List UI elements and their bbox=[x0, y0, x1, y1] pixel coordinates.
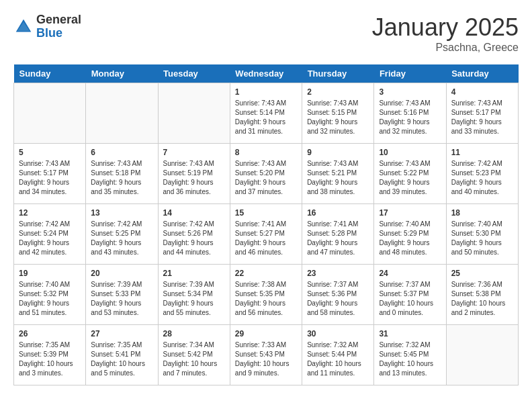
header-row: SundayMondayTuesdayWednesdayThursdayFrid… bbox=[14, 64, 519, 83]
cell-info: Sunrise: 7:37 AM Sunset: 5:36 PM Dayligh… bbox=[307, 280, 369, 318]
cell-info: Sunrise: 7:32 AM Sunset: 5:44 PM Dayligh… bbox=[307, 340, 369, 378]
calendar-cell: 29Sunrise: 7:33 AM Sunset: 5:43 PM Dayli… bbox=[230, 325, 302, 385]
cell-info: Sunrise: 7:43 AM Sunset: 5:18 PM Dayligh… bbox=[91, 159, 152, 197]
cell-info: Sunrise: 7:42 AM Sunset: 5:25 PM Dayligh… bbox=[91, 220, 152, 257]
cell-info: Sunrise: 7:40 AM Sunset: 5:32 PM Dayligh… bbox=[19, 280, 81, 318]
day-number: 22 bbox=[235, 269, 297, 278]
calendar-cell: 22Sunrise: 7:38 AM Sunset: 5:35 PM Dayli… bbox=[230, 265, 302, 325]
day-number: 14 bbox=[163, 208, 225, 218]
calendar-cell: 5Sunrise: 7:43 AM Sunset: 5:17 PM Daylig… bbox=[14, 144, 86, 204]
day-number: 10 bbox=[379, 148, 441, 157]
calendar-cell: 9Sunrise: 7:43 AM Sunset: 5:21 PM Daylig… bbox=[302, 144, 374, 204]
day-number: 31 bbox=[379, 329, 441, 338]
title-block: January 2025 Psachna, Greece bbox=[372, 13, 519, 54]
col-header-saturday: Saturday bbox=[446, 64, 518, 83]
logo: General Blue bbox=[13, 13, 81, 40]
calendar-subtitle: Psachna, Greece bbox=[372, 42, 519, 54]
calendar-cell: 11Sunrise: 7:42 AM Sunset: 5:23 PM Dayli… bbox=[446, 144, 518, 204]
day-number: 7 bbox=[163, 148, 225, 157]
day-number: 21 bbox=[163, 269, 225, 278]
cell-info: Sunrise: 7:35 AM Sunset: 5:41 PM Dayligh… bbox=[91, 340, 152, 378]
calendar-cell: 27Sunrise: 7:35 AM Sunset: 5:41 PM Dayli… bbox=[86, 325, 158, 385]
calendar-cell: 26Sunrise: 7:35 AM Sunset: 5:39 PM Dayli… bbox=[14, 325, 86, 385]
day-number: 3 bbox=[379, 87, 441, 97]
cell-info: Sunrise: 7:43 AM Sunset: 5:14 PM Dayligh… bbox=[235, 99, 297, 136]
week-row-5: 26Sunrise: 7:35 AM Sunset: 5:39 PM Dayli… bbox=[14, 325, 519, 385]
cell-info: Sunrise: 7:43 AM Sunset: 5:22 PM Dayligh… bbox=[379, 159, 441, 197]
calendar-cell: 2Sunrise: 7:43 AM Sunset: 5:15 PM Daylig… bbox=[302, 83, 374, 144]
calendar-cell: 3Sunrise: 7:43 AM Sunset: 5:16 PM Daylig… bbox=[374, 83, 446, 144]
calendar-cell: 7Sunrise: 7:43 AM Sunset: 5:19 PM Daylig… bbox=[158, 144, 230, 204]
day-number: 25 bbox=[451, 269, 513, 278]
day-number: 5 bbox=[19, 148, 81, 157]
calendar-cell: 21Sunrise: 7:39 AM Sunset: 5:34 PM Dayli… bbox=[158, 265, 230, 325]
cell-info: Sunrise: 7:43 AM Sunset: 5:21 PM Dayligh… bbox=[307, 159, 369, 197]
cell-info: Sunrise: 7:37 AM Sunset: 5:37 PM Dayligh… bbox=[379, 280, 441, 318]
cell-info: Sunrise: 7:38 AM Sunset: 5:35 PM Dayligh… bbox=[235, 280, 297, 318]
calendar-table: SundayMondayTuesdayWednesdayThursdayFrid… bbox=[13, 64, 519, 385]
cell-info: Sunrise: 7:43 AM Sunset: 5:17 PM Dayligh… bbox=[19, 159, 81, 197]
calendar-cell: 23Sunrise: 7:37 AM Sunset: 5:36 PM Dayli… bbox=[302, 265, 374, 325]
col-header-friday: Friday bbox=[374, 64, 446, 83]
day-number: 8 bbox=[235, 148, 297, 157]
cell-info: Sunrise: 7:42 AM Sunset: 5:24 PM Dayligh… bbox=[19, 220, 81, 257]
calendar-cell: 12Sunrise: 7:42 AM Sunset: 5:24 PM Dayli… bbox=[14, 204, 86, 265]
calendar-cell bbox=[158, 83, 230, 144]
cell-info: Sunrise: 7:33 AM Sunset: 5:43 PM Dayligh… bbox=[235, 340, 297, 378]
calendar-cell: 16Sunrise: 7:41 AM Sunset: 5:28 PM Dayli… bbox=[302, 204, 374, 265]
calendar-cell: 8Sunrise: 7:43 AM Sunset: 5:20 PM Daylig… bbox=[230, 144, 302, 204]
page-header: General Blue January 2025 Psachna, Greec… bbox=[13, 13, 519, 54]
cell-info: Sunrise: 7:36 AM Sunset: 5:38 PM Dayligh… bbox=[451, 280, 513, 318]
calendar-cell: 15Sunrise: 7:41 AM Sunset: 5:27 PM Dayli… bbox=[230, 204, 302, 265]
day-number: 13 bbox=[91, 208, 152, 218]
cell-info: Sunrise: 7:40 AM Sunset: 5:30 PM Dayligh… bbox=[451, 220, 513, 257]
day-number: 6 bbox=[91, 148, 152, 157]
day-number: 9 bbox=[307, 148, 369, 157]
calendar-cell bbox=[14, 83, 86, 144]
calendar-cell bbox=[86, 83, 158, 144]
col-header-monday: Monday bbox=[86, 64, 158, 83]
day-number: 18 bbox=[451, 208, 513, 218]
cell-info: Sunrise: 7:42 AM Sunset: 5:23 PM Dayligh… bbox=[451, 159, 513, 197]
cell-info: Sunrise: 7:34 AM Sunset: 5:42 PM Dayligh… bbox=[163, 340, 225, 378]
day-number: 23 bbox=[307, 269, 369, 278]
cell-info: Sunrise: 7:43 AM Sunset: 5:16 PM Dayligh… bbox=[379, 99, 441, 136]
day-number: 17 bbox=[379, 208, 441, 218]
cell-info: Sunrise: 7:40 AM Sunset: 5:29 PM Dayligh… bbox=[379, 220, 441, 257]
week-row-1: 1Sunrise: 7:43 AM Sunset: 5:14 PM Daylig… bbox=[14, 83, 519, 144]
calendar-cell: 10Sunrise: 7:43 AM Sunset: 5:22 PM Dayli… bbox=[374, 144, 446, 204]
day-number: 19 bbox=[19, 269, 81, 278]
calendar-cell: 28Sunrise: 7:34 AM Sunset: 5:42 PM Dayli… bbox=[158, 325, 230, 385]
col-header-thursday: Thursday bbox=[302, 64, 374, 83]
day-number: 26 bbox=[19, 329, 81, 338]
col-header-wednesday: Wednesday bbox=[230, 64, 302, 83]
day-number: 12 bbox=[19, 208, 81, 218]
calendar-cell: 6Sunrise: 7:43 AM Sunset: 5:18 PM Daylig… bbox=[86, 144, 158, 204]
week-row-3: 12Sunrise: 7:42 AM Sunset: 5:24 PM Dayli… bbox=[14, 204, 519, 265]
cell-info: Sunrise: 7:35 AM Sunset: 5:39 PM Dayligh… bbox=[19, 340, 81, 378]
calendar-title: January 2025 bbox=[372, 13, 519, 42]
calendar-cell bbox=[446, 325, 518, 385]
cell-info: Sunrise: 7:43 AM Sunset: 5:17 PM Dayligh… bbox=[451, 99, 513, 136]
calendar-cell: 14Sunrise: 7:42 AM Sunset: 5:26 PM Dayli… bbox=[158, 204, 230, 265]
logo-blue-text: Blue bbox=[36, 27, 81, 40]
day-number: 24 bbox=[379, 269, 441, 278]
cell-info: Sunrise: 7:42 AM Sunset: 5:26 PM Dayligh… bbox=[163, 220, 225, 257]
cell-info: Sunrise: 7:39 AM Sunset: 5:34 PM Dayligh… bbox=[163, 280, 225, 318]
calendar-cell: 19Sunrise: 7:40 AM Sunset: 5:32 PM Dayli… bbox=[14, 265, 86, 325]
calendar-cell: 30Sunrise: 7:32 AM Sunset: 5:44 PM Dayli… bbox=[302, 325, 374, 385]
day-number: 4 bbox=[451, 87, 513, 97]
calendar-cell: 4Sunrise: 7:43 AM Sunset: 5:17 PM Daylig… bbox=[446, 83, 518, 144]
calendar-cell: 1Sunrise: 7:43 AM Sunset: 5:14 PM Daylig… bbox=[230, 83, 302, 144]
day-number: 11 bbox=[451, 148, 513, 157]
calendar-cell: 31Sunrise: 7:32 AM Sunset: 5:45 PM Dayli… bbox=[374, 325, 446, 385]
day-number: 29 bbox=[235, 329, 297, 338]
cell-info: Sunrise: 7:39 AM Sunset: 5:33 PM Dayligh… bbox=[91, 280, 152, 318]
day-number: 15 bbox=[235, 208, 297, 218]
day-number: 30 bbox=[307, 329, 369, 338]
cell-info: Sunrise: 7:41 AM Sunset: 5:28 PM Dayligh… bbox=[307, 220, 369, 257]
calendar-cell: 24Sunrise: 7:37 AM Sunset: 5:37 PM Dayli… bbox=[374, 265, 446, 325]
day-number: 28 bbox=[163, 329, 225, 338]
logo-text: General Blue bbox=[36, 13, 81, 40]
day-number: 2 bbox=[307, 87, 369, 97]
